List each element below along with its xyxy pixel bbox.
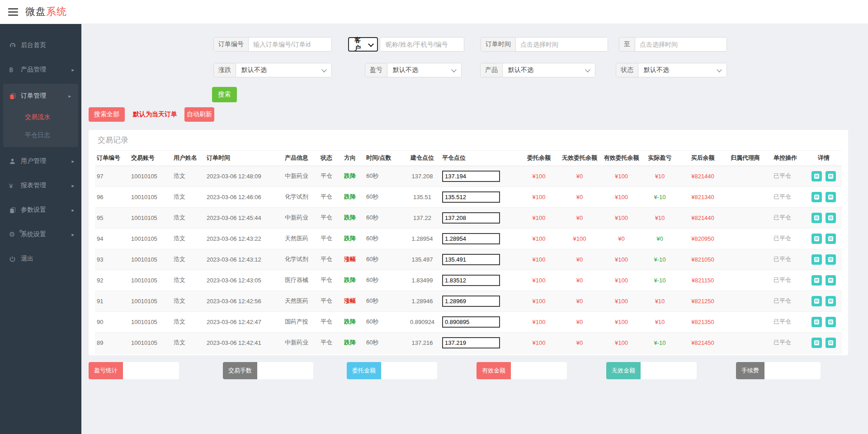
menu-toggle-icon[interactable]	[8, 8, 18, 16]
sidebar-subitem-close-log[interactable]: 平仓日志	[3, 126, 78, 144]
cell-period: 60秒	[364, 249, 404, 270]
cell-account: 10010105	[129, 228, 172, 249]
cell-detail	[806, 332, 842, 353]
customer-type-value: 客户	[354, 36, 365, 52]
summary-valid-amount: 有效金额	[476, 362, 567, 379]
detail-button[interactable]	[811, 171, 822, 181]
cell-account: 10010105	[129, 270, 172, 291]
table-header-row: 订单编号 交易账号 用户姓名 订单时间 产品信息 状态 方向 时间/点数 建仓点…	[95, 151, 842, 166]
time-to-input[interactable]	[635, 38, 726, 51]
sidebar-item-label: 后台首页	[21, 41, 46, 49]
detail-button[interactable]	[811, 254, 822, 265]
cell-invalid-entrust: ¥0	[559, 332, 600, 353]
detail-button-2[interactable]	[826, 213, 836, 223]
close-point-input[interactable]	[442, 191, 500, 203]
summary-entrust-amount: 委托金额	[347, 362, 437, 379]
auto-refresh-button[interactable]: 自动刷新	[184, 107, 214, 122]
summary-value-box	[123, 362, 179, 379]
close-point-input[interactable]	[442, 254, 500, 265]
sidebar-item-label: 报表管理	[21, 181, 46, 190]
summary-profit-stat: 盈亏统计	[89, 362, 179, 379]
file-icon	[9, 206, 21, 214]
close-point-input[interactable]	[442, 316, 500, 328]
chevron-right-icon: ▸	[68, 93, 71, 99]
close-point-input[interactable]	[442, 296, 500, 307]
cell-product: 化学试剂	[283, 186, 319, 207]
cell-product: 国药产投	[283, 311, 319, 332]
close-point-input[interactable]	[442, 212, 500, 224]
sidebar-item-dashboard[interactable]: 后台首页	[0, 33, 81, 57]
cell-product: 天然医药	[283, 228, 319, 249]
sidebar-item-parameters[interactable]: 参数设置 ▸	[0, 198, 81, 222]
detail-button[interactable]	[811, 192, 822, 202]
cell-after-balance: ¥821050	[677, 249, 729, 270]
detail-button-2[interactable]	[826, 171, 836, 181]
customer-filter-group	[380, 37, 464, 52]
search-button[interactable]: 搜索	[212, 87, 237, 102]
detail-button[interactable]	[811, 296, 822, 306]
cell-user-name: 浩文	[172, 186, 205, 207]
sidebar-item-products[interactable]: ฿ 产品管理 ▸	[0, 57, 81, 82]
detail-button-2[interactable]	[826, 296, 836, 306]
detail-button[interactable]	[811, 213, 822, 223]
summary-value-box	[511, 362, 567, 379]
order-no-input[interactable]	[249, 38, 331, 51]
detail-button[interactable]	[811, 317, 822, 327]
cell-after-balance: ¥821440	[677, 207, 729, 228]
customer-type-select[interactable]: 客户	[348, 37, 378, 52]
cell-open-point: 1.28946	[404, 291, 440, 311]
cell-order-id: 93	[95, 249, 129, 270]
col-close-point: 平仓点位	[440, 151, 519, 166]
cell-valid-entrust: ¥100	[600, 291, 643, 311]
cell-agent	[729, 166, 772, 186]
cell-order-id: 92	[95, 270, 129, 291]
detail-button-2[interactable]	[826, 317, 836, 327]
detail-button-2[interactable]	[826, 254, 836, 265]
sidebar-item-logout[interactable]: 退出	[0, 247, 81, 271]
sidebar-item-reports[interactable]: ¥ 报表管理 ▸	[0, 173, 81, 198]
cell-close-point	[440, 207, 519, 228]
table-body: 97 10010105 浩文 2023-03-06 12:48:09 中新药业 …	[95, 166, 842, 353]
sidebar-subitem-trade-flow[interactable]: 交易流水	[3, 108, 78, 126]
close-point-input[interactable]	[442, 171, 500, 182]
sidebar-item-orders[interactable]: 订单管理 ▸	[3, 84, 78, 108]
user-icon	[9, 158, 21, 165]
cell-valid-entrust: ¥0	[600, 228, 643, 249]
sidebar-item-users[interactable]: 用户管理 ▸	[0, 149, 81, 173]
gears-icon: ⚙⚙	[9, 230, 21, 238]
cell-detail	[806, 166, 842, 186]
detail-button-2[interactable]	[826, 275, 836, 286]
status-select[interactable]: 默认不选	[638, 63, 726, 77]
sidebar-item-system[interactable]: ⚙⚙ 系统设置 ▸	[0, 222, 81, 247]
detail-button[interactable]	[811, 338, 822, 348]
table-row: 96 10010105 浩文 2023-03-06 12:46:06 化学试剂 …	[95, 186, 842, 207]
profit-label: 盈亏	[365, 63, 387, 77]
customer-input[interactable]	[380, 38, 464, 51]
close-point-input[interactable]	[442, 233, 500, 244]
time-from-input[interactable]	[516, 38, 608, 51]
sidebar-item-label: 订单管理	[21, 92, 46, 100]
cell-entrust-balance: ¥100	[519, 228, 559, 249]
close-point-input[interactable]	[442, 337, 500, 348]
close-point-input[interactable]	[442, 275, 500, 286]
updown-select[interactable]: 默认不选	[236, 63, 331, 77]
chevron-right-icon: ▸	[71, 183, 74, 189]
cell-after-balance: ¥821350	[677, 311, 729, 332]
sidebar-group-orders: 订单管理 ▸ 交易流水 平仓日志	[3, 84, 78, 147]
product-select[interactable]: 默认不选	[503, 63, 595, 77]
detail-button-2[interactable]	[826, 338, 836, 348]
cell-invalid-entrust: ¥0	[559, 291, 600, 311]
detail-button-2[interactable]	[826, 234, 836, 244]
search-all-button[interactable]: 搜索全部	[89, 107, 125, 122]
cell-after-balance: ¥821450	[677, 332, 729, 353]
cell-order-id: 90	[95, 311, 129, 332]
detail-button[interactable]	[811, 275, 822, 286]
cell-user-name: 浩文	[172, 291, 205, 311]
profit-select[interactable]: 默认不选	[387, 63, 461, 77]
cell-after-balance: ¥821340	[677, 186, 729, 207]
cell-user-name: 浩文	[172, 270, 205, 291]
detail-button-2[interactable]	[826, 192, 836, 202]
cell-close-point	[440, 270, 519, 291]
cell-order-time: 2023-03-06 12:48:09	[205, 166, 283, 186]
detail-button[interactable]	[811, 234, 822, 244]
